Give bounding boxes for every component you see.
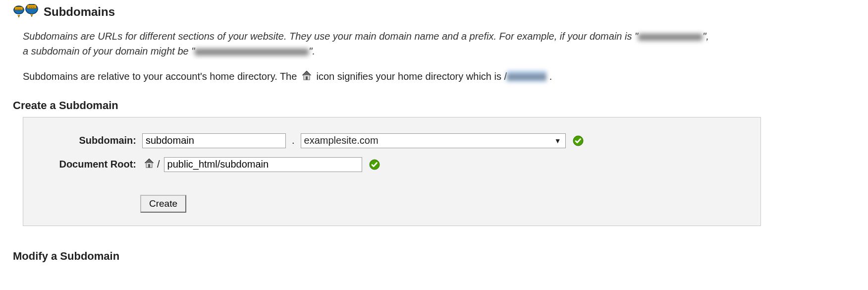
subdomain-input[interactable] xyxy=(142,133,286,148)
home-icon xyxy=(301,69,313,85)
svg-text:www: www xyxy=(29,5,36,8)
svg-rect-8 xyxy=(148,164,150,168)
subdomains-icon: www www xyxy=(13,4,39,20)
docroot-row: Document Root: / xyxy=(32,157,752,172)
docroot-label: Document Root: xyxy=(32,159,138,170)
separator-dot: . xyxy=(292,135,295,146)
svg-rect-5 xyxy=(306,76,308,80)
create-subdomain-form: Subdomain: . examplesite.com ▼ Document … xyxy=(23,117,761,226)
domain-select[interactable]: examplesite.com ▼ xyxy=(301,133,566,148)
subdomain-label: Subdomain: xyxy=(32,135,138,146)
intro-text-1: Subdomains are URLs for different sectio… xyxy=(23,31,638,42)
page-title: Subdomains xyxy=(44,5,115,19)
docroot-input[interactable] xyxy=(164,157,362,172)
valid-check-icon xyxy=(573,135,584,146)
page-heading-row: www www Subdomains xyxy=(13,4,855,20)
modify-subdomain-heading: Modify a Subdomain xyxy=(13,250,855,263)
svg-text:www: www xyxy=(16,7,22,10)
redacted-domain: xxxxxxxx xyxy=(638,34,703,41)
domain-select-value: examplesite.com xyxy=(304,135,551,146)
subdomain-row: Subdomain: . examplesite.com ▼ xyxy=(32,133,752,148)
intro-paragraph: Subdomains are URLs for different sectio… xyxy=(23,29,716,58)
home-line-end: . xyxy=(546,71,552,82)
chevron-down-icon: ▼ xyxy=(554,137,561,145)
home-dir-paragraph: Subdomains are relative to your account'… xyxy=(23,68,855,85)
docroot-slash: / xyxy=(157,159,160,170)
redacted-subdomain: xxxxxxxxxxxxxx xyxy=(195,49,309,56)
home-line-before: Subdomains are relative to your account'… xyxy=(23,71,300,82)
intro-text-3: ". xyxy=(309,46,315,57)
create-subdomain-heading: Create a Subdomain xyxy=(13,99,855,112)
home-icon xyxy=(143,158,155,171)
create-button[interactable]: Create xyxy=(140,195,186,213)
valid-check-icon xyxy=(369,159,380,170)
home-line-after: icon signifies your home directory which… xyxy=(316,71,507,82)
redacted-homedir: xxxxxxxx xyxy=(507,71,546,82)
docroot-home-prefix: / xyxy=(142,158,160,171)
